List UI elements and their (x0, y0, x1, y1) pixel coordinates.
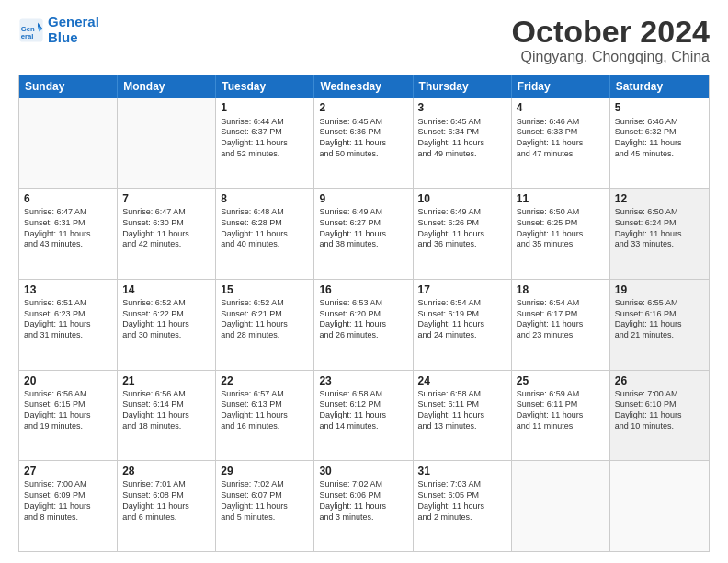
cell-info-19: Sunrise: 6:55 AM Sunset: 6:16 PM Dayligh… (615, 298, 704, 341)
day-number-13: 13 (24, 282, 112, 297)
page: Gen eral General Blue October 2024 Qingy… (0, 0, 728, 563)
header-sunday: Sunday (19, 75, 118, 98)
day-number-28: 28 (122, 464, 210, 478)
cal-cell-4-6 (610, 461, 709, 551)
day-number-30: 30 (319, 464, 407, 478)
day-number-18: 18 (517, 282, 605, 297)
cal-cell-1-5: 11Sunrise: 6:50 AM Sunset: 6:25 PM Dayli… (512, 189, 610, 279)
day-number-19: 19 (615, 282, 704, 297)
cell-info-6: Sunrise: 6:47 AM Sunset: 6:31 PM Dayligh… (24, 207, 112, 250)
cal-cell-4-4: 31Sunrise: 7:03 AM Sunset: 6:05 PM Dayli… (414, 461, 512, 551)
day-number-3: 3 (418, 100, 506, 115)
svg-text:eral: eral (21, 32, 34, 40)
day-number-23: 23 (319, 373, 407, 388)
cal-cell-0-5: 4Sunrise: 6:46 AM Sunset: 6:33 PM Daylig… (512, 98, 610, 188)
cal-cell-4-1: 28Sunrise: 7:01 AM Sunset: 6:08 PM Dayli… (118, 461, 216, 551)
cal-cell-4-2: 29Sunrise: 7:02 AM Sunset: 6:07 PM Dayli… (216, 461, 314, 551)
cal-cell-1-6: 12Sunrise: 6:50 AM Sunset: 6:24 PM Dayli… (610, 189, 709, 279)
day-number-11: 11 (517, 191, 605, 206)
cell-info-14: Sunrise: 6:52 AM Sunset: 6:22 PM Dayligh… (122, 298, 210, 341)
cal-cell-3-5: 25Sunrise: 6:59 AM Sunset: 6:11 PM Dayli… (512, 371, 610, 461)
cal-cell-3-3: 23Sunrise: 6:58 AM Sunset: 6:12 PM Dayli… (314, 371, 413, 461)
cell-info-17: Sunrise: 6:54 AM Sunset: 6:19 PM Dayligh… (418, 298, 506, 341)
cell-info-8: Sunrise: 6:48 AM Sunset: 6:28 PM Dayligh… (221, 207, 309, 250)
day-number-27: 27 (24, 464, 112, 478)
cal-cell-1-0: 6Sunrise: 6:47 AM Sunset: 6:31 PM Daylig… (19, 189, 118, 279)
cell-info-20: Sunrise: 6:56 AM Sunset: 6:15 PM Dayligh… (24, 389, 112, 432)
day-number-1: 1 (221, 100, 309, 115)
header-monday: Monday (118, 75, 216, 98)
cal-cell-2-1: 14Sunrise: 6:52 AM Sunset: 6:22 PM Dayli… (118, 280, 216, 370)
cell-info-3: Sunrise: 6:45 AM Sunset: 6:34 PM Dayligh… (418, 117, 506, 160)
day-number-8: 8 (221, 191, 309, 206)
cell-info-18: Sunrise: 6:54 AM Sunset: 6:17 PM Dayligh… (517, 298, 605, 341)
cell-info-23: Sunrise: 6:58 AM Sunset: 6:12 PM Dayligh… (319, 389, 407, 432)
cal-cell-1-3: 9Sunrise: 6:49 AM Sunset: 6:27 PM Daylig… (314, 189, 413, 279)
day-number-15: 15 (221, 282, 309, 297)
cell-info-16: Sunrise: 6:53 AM Sunset: 6:20 PM Dayligh… (319, 298, 407, 341)
calendar: Sunday Monday Tuesday Wednesday Thursday… (18, 75, 710, 552)
day-number-9: 9 (319, 191, 407, 206)
cal-cell-1-1: 7Sunrise: 6:47 AM Sunset: 6:30 PM Daylig… (118, 189, 216, 279)
title-area: October 2024 Qingyang, Chongqing, China (512, 15, 710, 65)
day-number-5: 5 (615, 100, 704, 115)
cell-info-21: Sunrise: 6:56 AM Sunset: 6:14 PM Dayligh… (122, 389, 210, 432)
location: Qingyang, Chongqing, China (512, 49, 710, 65)
cell-info-29: Sunrise: 7:02 AM Sunset: 6:07 PM Dayligh… (221, 479, 309, 523)
week-row-4: 27Sunrise: 7:00 AM Sunset: 6:09 PM Dayli… (19, 460, 709, 551)
logo: Gen eral General Blue (18, 15, 99, 45)
cell-info-9: Sunrise: 6:49 AM Sunset: 6:27 PM Dayligh… (319, 207, 407, 250)
cal-cell-2-2: 15Sunrise: 6:52 AM Sunset: 6:21 PM Dayli… (216, 280, 314, 370)
cal-cell-4-0: 27Sunrise: 7:00 AM Sunset: 6:09 PM Dayli… (19, 461, 118, 551)
day-number-26: 26 (615, 373, 704, 388)
calendar-body: 1Sunrise: 6:44 AM Sunset: 6:37 PM Daylig… (19, 98, 709, 551)
cell-info-22: Sunrise: 6:57 AM Sunset: 6:13 PM Dayligh… (221, 389, 309, 432)
week-row-0: 1Sunrise: 6:44 AM Sunset: 6:37 PM Daylig… (19, 98, 709, 188)
week-row-1: 6Sunrise: 6:47 AM Sunset: 6:31 PM Daylig… (19, 188, 709, 279)
cal-cell-4-3: 30Sunrise: 7:02 AM Sunset: 6:06 PM Dayli… (314, 461, 413, 551)
cal-cell-1-2: 8Sunrise: 6:48 AM Sunset: 6:28 PM Daylig… (216, 189, 314, 279)
cell-info-30: Sunrise: 7:02 AM Sunset: 6:06 PM Dayligh… (319, 479, 407, 523)
day-number-20: 20 (24, 373, 112, 388)
cal-cell-2-6: 19Sunrise: 6:55 AM Sunset: 6:16 PM Dayli… (610, 280, 709, 370)
cell-info-27: Sunrise: 7:00 AM Sunset: 6:09 PM Dayligh… (24, 479, 112, 523)
cell-info-25: Sunrise: 6:59 AM Sunset: 6:11 PM Dayligh… (517, 389, 605, 432)
logo-text: General Blue (48, 15, 99, 45)
cal-cell-0-0 (19, 98, 118, 188)
cal-cell-0-1 (118, 98, 216, 188)
header-saturday: Saturday (610, 75, 709, 98)
cal-cell-0-3: 2Sunrise: 6:45 AM Sunset: 6:36 PM Daylig… (314, 98, 413, 188)
cell-info-10: Sunrise: 6:49 AM Sunset: 6:26 PM Dayligh… (418, 207, 506, 250)
cal-cell-1-4: 10Sunrise: 6:49 AM Sunset: 6:26 PM Dayli… (414, 189, 512, 279)
cell-info-4: Sunrise: 6:46 AM Sunset: 6:33 PM Dayligh… (517, 117, 605, 160)
cell-info-12: Sunrise: 6:50 AM Sunset: 6:24 PM Dayligh… (615, 207, 704, 250)
cell-info-28: Sunrise: 7:01 AM Sunset: 6:08 PM Dayligh… (122, 479, 210, 523)
cell-info-24: Sunrise: 6:58 AM Sunset: 6:11 PM Dayligh… (418, 389, 506, 432)
logo-icon: Gen eral (18, 17, 44, 43)
cal-cell-2-5: 18Sunrise: 6:54 AM Sunset: 6:17 PM Dayli… (512, 280, 610, 370)
cell-info-11: Sunrise: 6:50 AM Sunset: 6:25 PM Dayligh… (517, 207, 605, 250)
cal-cell-3-2: 22Sunrise: 6:57 AM Sunset: 6:13 PM Dayli… (216, 371, 314, 461)
cal-cell-3-4: 24Sunrise: 6:58 AM Sunset: 6:11 PM Dayli… (414, 371, 512, 461)
header: Gen eral General Blue October 2024 Qingy… (18, 15, 710, 65)
cal-cell-3-6: 26Sunrise: 7:00 AM Sunset: 6:10 PM Dayli… (610, 371, 709, 461)
day-number-16: 16 (319, 282, 407, 297)
day-number-21: 21 (122, 373, 210, 388)
cell-info-15: Sunrise: 6:52 AM Sunset: 6:21 PM Dayligh… (221, 298, 309, 341)
cal-cell-2-4: 17Sunrise: 6:54 AM Sunset: 6:19 PM Dayli… (414, 280, 512, 370)
month-title: October 2024 (512, 15, 710, 49)
day-number-6: 6 (24, 191, 112, 206)
week-row-3: 20Sunrise: 6:56 AM Sunset: 6:15 PM Dayli… (19, 370, 709, 461)
cal-cell-0-2: 1Sunrise: 6:44 AM Sunset: 6:37 PM Daylig… (216, 98, 314, 188)
cal-cell-3-0: 20Sunrise: 6:56 AM Sunset: 6:15 PM Dayli… (19, 371, 118, 461)
cell-info-7: Sunrise: 6:47 AM Sunset: 6:30 PM Dayligh… (122, 207, 210, 250)
day-number-7: 7 (122, 191, 210, 206)
cal-cell-0-4: 3Sunrise: 6:45 AM Sunset: 6:34 PM Daylig… (414, 98, 512, 188)
day-number-17: 17 (418, 282, 506, 297)
week-row-2: 13Sunrise: 6:51 AM Sunset: 6:23 PM Dayli… (19, 279, 709, 370)
day-number-25: 25 (517, 373, 605, 388)
cell-info-26: Sunrise: 7:00 AM Sunset: 6:10 PM Dayligh… (615, 389, 704, 432)
cell-info-31: Sunrise: 7:03 AM Sunset: 6:05 PM Dayligh… (418, 479, 506, 523)
cell-info-2: Sunrise: 6:45 AM Sunset: 6:36 PM Dayligh… (319, 117, 407, 160)
header-wednesday: Wednesday (314, 75, 413, 98)
